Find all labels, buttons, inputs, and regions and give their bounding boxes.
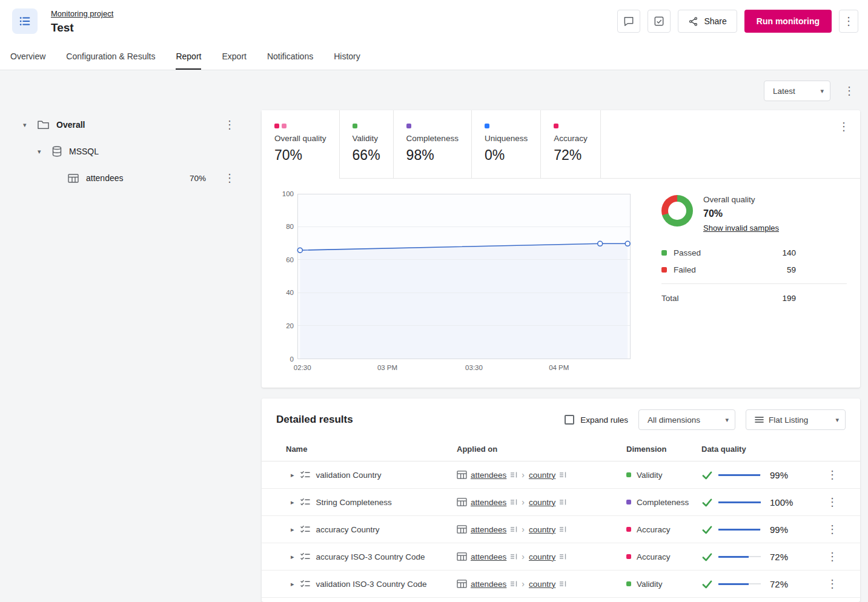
scorecard-label: Accuracy [554, 134, 588, 143]
tab-export[interactable]: Export [222, 42, 246, 70]
expand-caret-icon[interactable]: ▸ [291, 498, 294, 506]
checkbox-box[interactable] [565, 415, 574, 425]
quality-bar-fill [718, 474, 760, 476]
version-dropdown[interactable]: Latest ▾ [764, 81, 830, 101]
report-toolbar: Latest ▾ ⋮ [0, 79, 868, 103]
column-link[interactable]: country [529, 552, 555, 561]
scorecard-accuracy[interactable]: Accuracy 72% [541, 110, 601, 178]
table-link[interactable]: attendees [471, 580, 506, 589]
profile-icon[interactable] [559, 580, 566, 587]
summary-head: Overall quality 70% Show invalid samples [661, 195, 847, 233]
summary-divider [661, 283, 847, 284]
tab-history[interactable]: History [334, 42, 360, 70]
row-kebab-menu[interactable]: ⋮ [824, 550, 840, 563]
column-link[interactable]: country [529, 498, 555, 507]
header-kebab-menu[interactable]: ⋮ [839, 10, 858, 33]
chevron-right-icon: › [521, 470, 525, 480]
tree-item-mssql[interactable]: ▾ MSSQL [17, 138, 237, 165]
table-icon [457, 498, 467, 506]
table-icon [457, 580, 467, 588]
tree-item-attendees[interactable]: attendees 70% ⋮ [17, 165, 237, 191]
table-link[interactable]: attendees [471, 498, 506, 507]
table-link[interactable]: attendees [471, 525, 506, 534]
profile-icon[interactable] [559, 471, 566, 478]
listing-mode-dropdown[interactable]: Flat Listing ▾ [746, 409, 846, 430]
total-value: 199 [782, 294, 796, 303]
applied-on-cell: attendees › country [457, 470, 626, 480]
dimension-filter-value: All dimensions [648, 415, 700, 425]
comment-icon [623, 15, 635, 27]
rule-name: validation Country [316, 471, 382, 480]
data-quality-cell: 99% [701, 524, 814, 535]
run-monitoring-button[interactable]: Run monitoring [744, 10, 832, 33]
row-kebab-menu[interactable]: ⋮ [824, 495, 840, 509]
tree-item-overall[interactable]: ▾ Overall ⋮ [17, 111, 237, 138]
rule-name-cell: ▸ validation ISO-3 Country Code [286, 580, 457, 589]
caret-down-icon[interactable]: ▾ [38, 148, 45, 156]
dimension-scorecards: Overall quality 70% Validity 66% [262, 110, 860, 179]
expand-caret-icon[interactable]: ▸ [291, 553, 294, 561]
tree-attendees-kebab-menu[interactable]: ⋮ [222, 171, 237, 185]
overview-card-kebab-menu[interactable]: ⋮ [836, 120, 852, 133]
column-link[interactable]: country [529, 525, 555, 534]
tasks-button[interactable] [648, 10, 671, 33]
expand-rules-checkbox[interactable]: Expand rules [565, 415, 628, 425]
dimension-cell: Accuracy [626, 525, 701, 534]
report-content: Latest ▾ ⋮ ▾ Overall ⋮ ▾ MSSQL [0, 70, 868, 602]
scorecard-label: Overall quality [274, 134, 326, 143]
tab-overview[interactable]: Overview [10, 42, 45, 70]
profile-icon[interactable] [559, 553, 566, 560]
share-button[interactable]: Share [678, 10, 737, 33]
profile-icon[interactable] [510, 498, 517, 506]
report-kebab-menu[interactable]: ⋮ [841, 84, 857, 98]
rule-name-cell: ▸ accuracy Country [286, 525, 457, 534]
project-list-button[interactable] [12, 8, 38, 34]
tree-overall-kebab-menu[interactable]: ⋮ [222, 118, 237, 131]
profile-icon[interactable] [510, 526, 517, 533]
rule-name: validation ISO-3 Country Code [316, 580, 427, 589]
database-icon [52, 146, 62, 157]
failed-label: Failed [674, 265, 696, 274]
profile-icon[interactable] [510, 580, 517, 587]
row-kebab-menu[interactable]: ⋮ [824, 523, 840, 536]
data-quality-cell: 99% [701, 470, 814, 480]
scorecard-uniqueness[interactable]: Uniqueness 0% [472, 110, 541, 178]
table-link[interactable]: attendees [471, 552, 506, 561]
table-link[interactable]: attendees [471, 471, 506, 480]
expand-caret-icon[interactable]: ▸ [291, 526, 294, 534]
comments-button[interactable] [617, 10, 640, 33]
detailed-results-card: Detailed results Expand rules All dimens… [262, 399, 860, 602]
expand-caret-icon[interactable]: ▸ [291, 471, 294, 479]
profile-icon[interactable] [559, 526, 566, 533]
scorecard-dots [554, 124, 588, 128]
scorecard-completeness[interactable]: Completeness 98% [394, 110, 472, 178]
expand-caret-icon[interactable]: ▸ [291, 580, 294, 588]
breadcrumb[interactable]: Monitoring project [51, 9, 113, 18]
dimension-filter-dropdown[interactable]: All dimensions ▾ [638, 409, 735, 430]
checklist-icon [18, 15, 31, 28]
rule-name: accuracy Country [316, 525, 380, 534]
dimension-cell: Validity [626, 580, 701, 589]
scorecard-dots [406, 124, 459, 128]
total-row: Total 199 [661, 289, 847, 306]
row-kebab-menu[interactable]: ⋮ [824, 468, 840, 481]
scorecard-validity[interactable]: Validity 66% [340, 110, 394, 178]
total-label: Total [661, 294, 679, 303]
tab-report[interactable]: Report [176, 42, 201, 70]
column-link[interactable]: country [529, 471, 555, 480]
profile-icon[interactable] [510, 553, 517, 560]
dimension-dot [626, 581, 631, 586]
row-kebab-menu[interactable]: ⋮ [824, 577, 840, 590]
column-link[interactable]: country [529, 580, 555, 589]
rule-icon [300, 498, 310, 506]
scorecard-overall-quality[interactable]: Overall quality 70% [262, 110, 340, 178]
profile-icon[interactable] [559, 498, 566, 506]
profile-icon[interactable] [510, 471, 517, 478]
show-invalid-samples-link[interactable]: Show invalid samples [703, 223, 779, 233]
tab-configuration-results[interactable]: Configuration & Results [66, 42, 155, 70]
tab-notifications[interactable]: Notifications [267, 42, 313, 70]
table-icon [457, 552, 467, 561]
scorecard-label: Validity [353, 134, 380, 143]
dimension-cell: Validity [626, 471, 701, 480]
caret-down-icon[interactable]: ▾ [23, 121, 30, 129]
